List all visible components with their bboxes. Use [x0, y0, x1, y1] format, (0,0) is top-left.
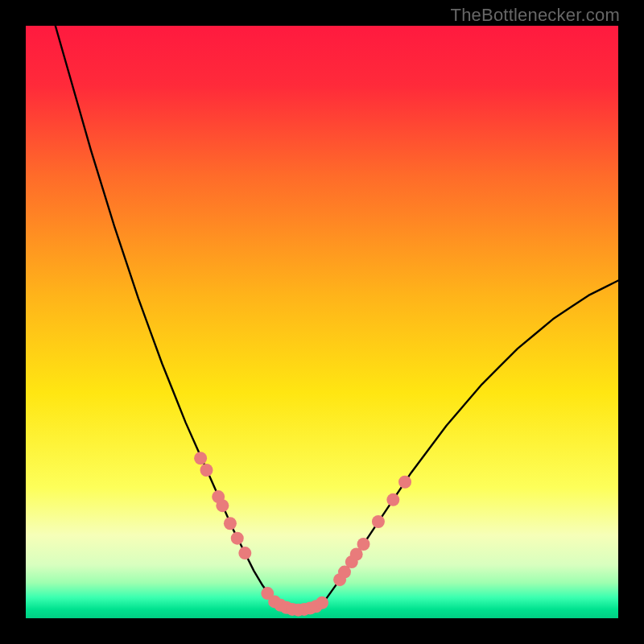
- watermark-text: TheBottlenecker.com: [451, 5, 620, 26]
- chart-frame: TheBottlenecker.com: [0, 0, 644, 644]
- marker-dot: [316, 597, 328, 609]
- marker-dot: [200, 464, 213, 477]
- plot-area: [26, 26, 618, 618]
- marker-dot: [238, 547, 251, 559]
- marker-dot: [398, 476, 411, 489]
- marker-dot: [357, 538, 370, 551]
- marker-dot: [231, 532, 244, 545]
- marker-dot: [194, 452, 207, 464]
- chart-background: [26, 26, 618, 618]
- marker-dot: [224, 517, 237, 530]
- chart-canvas: [26, 26, 618, 618]
- marker-dot: [216, 499, 229, 512]
- marker-dot: [386, 493, 399, 506]
- marker-dot: [372, 515, 385, 528]
